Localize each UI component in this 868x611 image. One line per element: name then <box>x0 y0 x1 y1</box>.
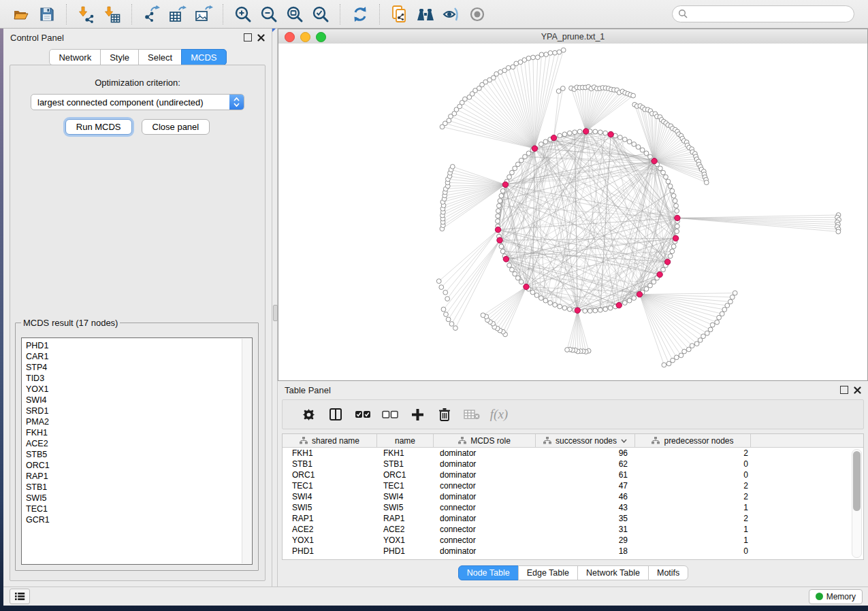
table-settings-button[interactable] <box>295 408 322 422</box>
mcds-result-item[interactable]: SWI5 <box>26 493 252 503</box>
tab-select[interactable]: Select <box>138 49 182 65</box>
network-leaf-node[interactable] <box>506 65 511 70</box>
search-input[interactable] <box>688 7 854 22</box>
network-node[interactable] <box>515 162 520 167</box>
network-node[interactable] <box>577 129 582 134</box>
mcds-hub-node[interactable] <box>495 227 500 232</box>
mcds-hub-node[interactable] <box>497 237 502 243</box>
table-row[interactable]: ORC1ORC1dominator610 <box>283 469 863 480</box>
table-row[interactable]: YOX1YOX1connector291 <box>283 535 863 546</box>
mcds-hub-node[interactable] <box>524 284 529 289</box>
window-minimize-icon[interactable] <box>300 32 310 42</box>
mcds-result-item[interactable]: YOX1 <box>26 384 252 395</box>
network-node[interactable] <box>513 166 517 171</box>
show-all-button[interactable] <box>467 4 487 24</box>
network-node[interactable] <box>671 193 676 198</box>
network-node[interactable] <box>670 188 675 193</box>
network-node[interactable] <box>496 214 500 218</box>
network-leaf-node[interactable] <box>553 50 558 55</box>
mcds-list-scrollbar[interactable] <box>242 339 251 563</box>
network-node[interactable] <box>673 199 677 203</box>
network-leaf-node[interactable] <box>450 165 455 169</box>
mcds-hub-node[interactable] <box>503 257 509 262</box>
network-node[interactable] <box>496 209 500 214</box>
network-node[interactable] <box>622 137 627 142</box>
network-leaf-node[interactable] <box>561 48 566 52</box>
network-leaf-node[interactable] <box>725 303 730 308</box>
tab-network-table[interactable]: Network Table <box>577 565 649 580</box>
network-leaf-node[interactable] <box>730 295 735 299</box>
network-node[interactable] <box>534 293 539 298</box>
network-canvas[interactable] <box>278 44 867 380</box>
network-node[interactable] <box>573 130 577 135</box>
mcds-result-list[interactable]: PHD1CAR1STP4TID3YOX1SWI4SRD1PMA2FKH1ACE2… <box>21 337 253 565</box>
tab-mcds[interactable]: MCDS <box>181 49 226 65</box>
network-leaf-node[interactable] <box>666 361 671 366</box>
network-leaf-node[interactable] <box>526 56 531 61</box>
network-node[interactable] <box>543 298 548 303</box>
network-node[interactable] <box>674 203 679 208</box>
network-node[interactable] <box>664 175 669 180</box>
network-graph[interactable] <box>278 44 867 380</box>
mcds-result-item[interactable]: SWI4 <box>26 395 252 406</box>
table-scrollbar-thumb[interactable] <box>853 451 861 511</box>
network-node[interactable] <box>558 304 562 309</box>
network-node[interactable] <box>603 307 608 312</box>
network-node[interactable] <box>632 142 637 147</box>
network-leaf-node[interactable] <box>560 86 565 91</box>
table-row[interactable]: RAP1RAP1dominator352 <box>283 513 863 524</box>
tab-edge-table[interactable]: Edge Table <box>518 565 578 580</box>
network-leaf-node[interactable] <box>694 342 699 346</box>
column-header-predecessor-nodes[interactable]: predecessor nodes <box>635 434 751 447</box>
network-node[interactable] <box>598 308 602 312</box>
export-image-button[interactable] <box>193 4 214 24</box>
network-node[interactable] <box>562 132 567 137</box>
network-node[interactable] <box>652 280 656 284</box>
network-node[interactable] <box>548 301 553 306</box>
splitter-handle[interactable] <box>273 305 278 321</box>
network-node[interactable] <box>603 131 608 135</box>
network-node[interactable] <box>671 244 676 249</box>
network-leaf-node[interactable] <box>679 353 684 358</box>
mcds-result-item[interactable]: ORC1 <box>26 460 252 471</box>
mcds-result-item[interactable]: CAR1 <box>26 351 252 362</box>
network-node[interactable] <box>567 307 572 312</box>
network-node[interactable] <box>526 151 531 156</box>
network-leaf-node[interactable] <box>531 55 536 60</box>
network-node[interactable] <box>543 139 548 144</box>
mcds-result-item[interactable]: STB1 <box>26 482 252 493</box>
panel-splitter[interactable] <box>272 29 278 587</box>
network-node[interactable] <box>648 283 653 288</box>
mcds-hub-node[interactable] <box>675 215 680 220</box>
network-node[interactable] <box>510 170 515 175</box>
mcds-hub-node[interactable] <box>583 129 588 134</box>
memory-button[interactable]: Memory <box>809 589 863 604</box>
network-leaf-node[interactable] <box>481 313 485 318</box>
mcds-result-item[interactable]: STB5 <box>26 449 252 460</box>
network-leaf-node[interactable] <box>836 229 841 234</box>
window-maximize-icon[interactable] <box>316 32 326 42</box>
network-leaf-node[interactable] <box>439 285 444 290</box>
tab-style[interactable]: Style <box>100 49 139 65</box>
network-node[interactable] <box>588 309 592 314</box>
network-node[interactable] <box>640 148 645 152</box>
network-leaf-node[interactable] <box>715 320 720 325</box>
close-panel-icon[interactable] <box>257 34 265 42</box>
mcds-hub-node[interactable] <box>616 302 622 308</box>
zoom-selected-button[interactable] <box>310 4 331 24</box>
network-leaf-node[interactable] <box>717 315 722 320</box>
network-node[interactable] <box>675 229 679 234</box>
mcds-hub-node[interactable] <box>652 158 657 163</box>
export-table-button[interactable] <box>167 4 188 24</box>
table-scrollbar[interactable] <box>852 449 862 558</box>
window-close-icon[interactable] <box>285 32 295 42</box>
network-leaf-node[interactable] <box>722 308 727 312</box>
network-node[interactable] <box>583 309 588 314</box>
tab-motifs[interactable]: Motifs <box>648 565 688 580</box>
mcds-hub-node[interactable] <box>551 135 556 140</box>
tab-node-table[interactable]: Node Table <box>458 565 519 580</box>
network-leaf-node[interactable] <box>539 52 544 57</box>
table-row[interactable]: TEC1TEC1connector472 <box>283 480 863 491</box>
open-file-button[interactable] <box>11 4 31 24</box>
column-header-successor-nodes[interactable]: successor nodes <box>536 434 635 447</box>
